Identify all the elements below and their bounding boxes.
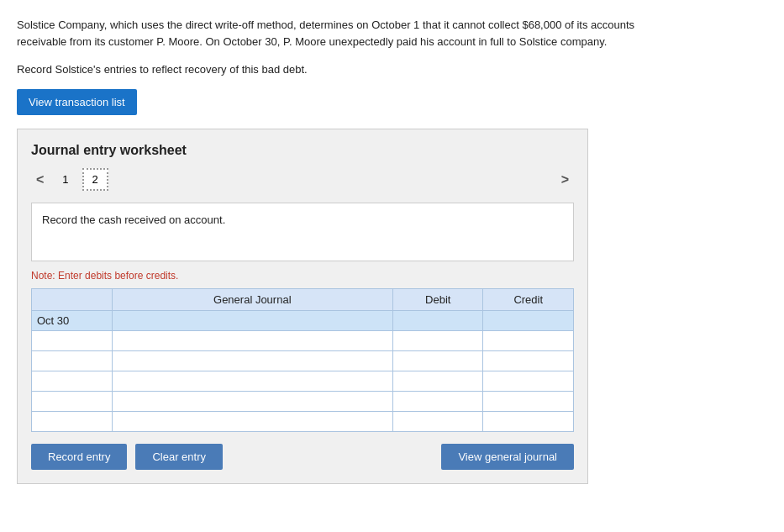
debit-cell-5[interactable] <box>392 392 483 412</box>
prev-tab-arrow[interactable]: < <box>31 171 49 189</box>
credit-input-5[interactable] <box>483 392 573 411</box>
worksheet-title: Journal entry worksheet <box>31 143 574 158</box>
description: Solstice Company, which uses the direct … <box>17 17 767 50</box>
credit-input-4[interactable] <box>483 371 573 391</box>
date-cell-2 <box>32 331 113 351</box>
entry-description-text: Record the cash received on account. <box>42 213 225 226</box>
journal-cell-4[interactable] <box>112 371 392 392</box>
journal-input-1[interactable] <box>113 311 392 330</box>
journal-cell-2[interactable] <box>112 331 392 351</box>
date-cell-3 <box>32 351 113 371</box>
date-cell-6 <box>32 412 113 432</box>
prompt-text: Record Solstice's entries to reflect rec… <box>17 63 767 76</box>
credit-input-3[interactable] <box>483 351 573 371</box>
journal-cell-3[interactable] <box>112 351 392 371</box>
date-cell-4 <box>32 371 113 392</box>
debit-input-3[interactable] <box>393 351 483 371</box>
button-row: Record entry Clear entry View general jo… <box>31 444 574 470</box>
journal-input-6[interactable] <box>113 412 392 431</box>
table-row <box>32 392 574 412</box>
credit-cell-4[interactable] <box>483 371 574 392</box>
debit-input-5[interactable] <box>393 392 483 411</box>
credit-input-2[interactable] <box>483 331 573 350</box>
journal-cell-5[interactable] <box>112 392 392 412</box>
tab-1[interactable]: 1 <box>54 170 76 189</box>
credit-input-6[interactable] <box>483 412 573 431</box>
debit-input-4[interactable] <box>393 371 483 391</box>
view-transaction-button[interactable]: View transaction list <box>17 89 137 115</box>
table-row: Oct 30 <box>32 311 574 331</box>
debit-input-1[interactable] <box>393 311 483 330</box>
table-row <box>32 331 574 351</box>
debit-cell-4[interactable] <box>392 371 483 392</box>
journal-table: General Journal Debit Credit Oct 30 <box>31 288 574 432</box>
col-header-debit: Debit <box>392 289 483 311</box>
debit-cell-3[interactable] <box>392 351 483 371</box>
journal-cell-6[interactable] <box>112 412 392 432</box>
credit-cell-1[interactable] <box>483 311 574 331</box>
debit-cell-1[interactable] <box>392 311 483 331</box>
credit-cell-3[interactable] <box>483 351 574 371</box>
journal-input-3[interactable] <box>113 351 392 371</box>
next-tab-arrow[interactable]: > <box>556 171 574 189</box>
col-header-credit: Credit <box>483 289 574 311</box>
journal-cell-1[interactable] <box>112 311 392 331</box>
debit-cell-6[interactable] <box>392 412 483 432</box>
entry-description-box: Record the cash received on account. <box>31 203 574 261</box>
tab-2[interactable]: 2 <box>82 168 108 191</box>
clear-entry-button[interactable]: Clear entry <box>135 444 223 470</box>
note-text: Note: Enter debits before credits. <box>31 270 574 282</box>
journal-input-4[interactable] <box>113 371 392 391</box>
journal-input-5[interactable] <box>113 392 392 411</box>
credit-input-1[interactable] <box>483 311 573 330</box>
tab-navigation: < 1 2 > <box>31 168 574 191</box>
debit-input-2[interactable] <box>393 331 483 350</box>
debit-input-6[interactable] <box>393 412 483 431</box>
worksheet-container: Journal entry worksheet < 1 2 > Record t… <box>17 129 588 484</box>
table-row <box>32 351 574 371</box>
col-header-journal: General Journal <box>112 289 392 311</box>
credit-cell-5[interactable] <box>483 392 574 412</box>
debit-cell-2[interactable] <box>392 331 483 351</box>
view-general-journal-button[interactable]: View general journal <box>441 444 574 470</box>
table-row <box>32 412 574 432</box>
table-row <box>32 371 574 392</box>
record-entry-button[interactable]: Record entry <box>31 444 127 470</box>
credit-cell-2[interactable] <box>483 331 574 351</box>
date-cell-5 <box>32 392 113 412</box>
journal-input-2[interactable] <box>113 331 392 350</box>
date-cell-1: Oct 30 <box>32 311 113 331</box>
col-header-date <box>32 289 113 311</box>
credit-cell-6[interactable] <box>483 412 574 432</box>
